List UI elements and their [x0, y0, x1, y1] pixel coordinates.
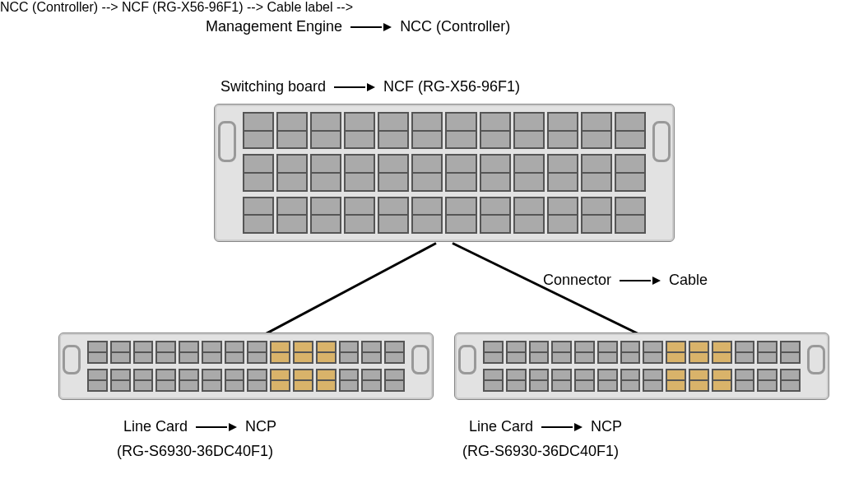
- ncp-switch-right: [454, 333, 829, 400]
- handle-icon: [411, 345, 429, 374]
- ncf-switch: [214, 104, 675, 242]
- handle-icon: [63, 345, 81, 374]
- handle-icon: [458, 345, 476, 374]
- label-switching-board: Switching board NCF (RG-X56-96F1): [220, 78, 520, 95]
- arrow-icon: [541, 423, 583, 431]
- label-connector-right: Cable: [669, 272, 708, 289]
- port-strip: [243, 112, 646, 149]
- label-mgmt-right: NCC (Controller): [400, 18, 510, 35]
- arrow-icon: [350, 23, 392, 31]
- label-linecard-left-model: (RG-S6930-36DC40F1): [117, 443, 273, 460]
- label-linecard-right: Line Card NCP: [469, 418, 622, 435]
- port-strip: [243, 197, 646, 234]
- ncp-switch-left: [58, 333, 434, 400]
- handle-icon: [807, 345, 825, 374]
- arrow-icon: [620, 277, 661, 285]
- label-linecard-left-text: Line Card: [123, 418, 188, 435]
- port-strip: [243, 154, 646, 191]
- arrow-icon: [334, 83, 375, 91]
- label-switching-left: Switching board: [220, 78, 326, 95]
- label-mgmt-engine: Management Engine NCC (Controller): [206, 18, 510, 35]
- port-strip: [87, 369, 405, 392]
- label-switching-right: NCF (RG-X56-96F1): [383, 78, 520, 95]
- label-linecard-right-model: (RG-S6930-36DC40F1): [462, 443, 619, 460]
- handle-icon: [218, 121, 236, 162]
- arrow-icon: [196, 423, 237, 431]
- port-strip: [483, 341, 801, 364]
- cable-right: [452, 242, 660, 345]
- port-strip: [483, 369, 801, 392]
- port-strip: [87, 341, 405, 364]
- label-connector-left: Connector: [543, 272, 611, 289]
- label-linecard-left: Line Card NCP: [123, 418, 276, 435]
- label-linecard-ncp-text: NCP: [245, 418, 276, 435]
- label-mgmt-left: Management Engine: [206, 18, 342, 35]
- label-linecard-ncp-text: NCP: [591, 418, 622, 435]
- label-connector: Connector Cable: [543, 272, 708, 289]
- label-linecard-right-text: Line Card: [469, 418, 533, 435]
- handle-icon: [652, 121, 671, 162]
